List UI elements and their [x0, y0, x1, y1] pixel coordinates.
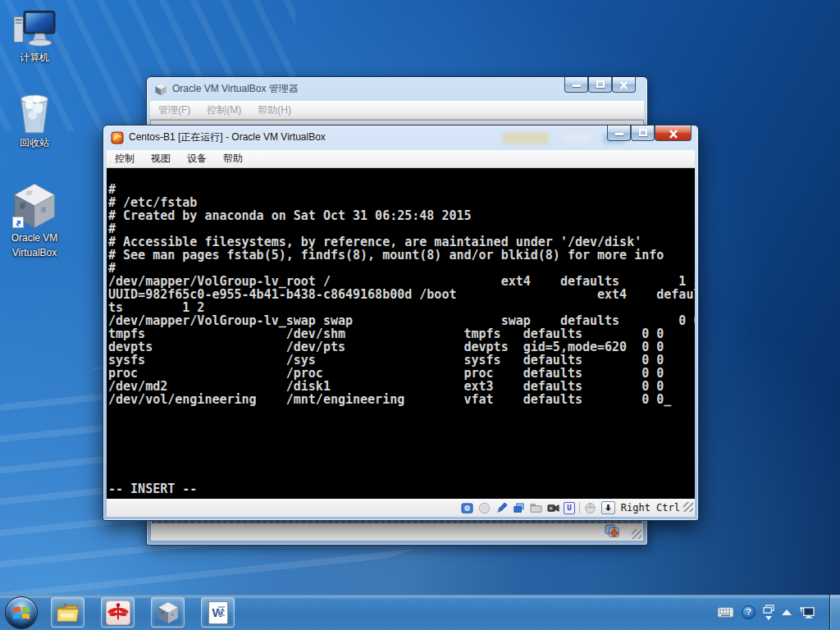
host-key-icon[interactable] [601, 501, 615, 514]
resize-grip[interactable] [683, 502, 693, 512]
vm-menubar: 控制 视图 设备 帮助 [107, 150, 695, 168]
chevron-down-icon [765, 616, 772, 620]
manager-menubar: 管理(F) 控制(M) 帮助(H) [150, 101, 644, 120]
manager-window-controls [564, 77, 636, 93]
mouse-icon[interactable] [584, 501, 597, 514]
virtualbox-cube-icon [154, 83, 167, 96]
dragonfly-icon [106, 600, 130, 625]
manager-statusbar [152, 523, 642, 540]
maximize-icon [596, 80, 605, 88]
console-line: # [108, 183, 695, 196]
optical-disc-icon[interactable] [477, 501, 491, 514]
hdd-icon[interactable] [460, 501, 473, 514]
maximize-icon [639, 129, 647, 136]
glass-reflection [563, 133, 591, 144]
shortcut-arrow-icon [12, 217, 24, 228]
computer-icon [11, 8, 57, 49]
vm-orange-icon [111, 131, 124, 144]
console-line: ts 1 2 [108, 301, 695, 314]
desktop-icon-label: 计算机 [20, 52, 49, 63]
windows-flag-icon [12, 605, 30, 621]
document-lines [218, 606, 225, 618]
console-line: /dev/mapper/VolGroup-lv_root / ext4 defa… [108, 275, 695, 288]
glass-reflection [503, 132, 549, 144]
menu-help[interactable]: 帮助 [215, 149, 251, 168]
desktop-icon-label: VirtualBox [12, 247, 57, 258]
menu-machine[interactable]: 控制(M) [199, 101, 249, 120]
console-line: /dev/vol/engineering /mnt/engineering vf… [108, 393, 695, 406]
folder-icon [56, 602, 80, 623]
close-button[interactable] [612, 77, 636, 93]
maximize-button[interactable] [631, 126, 655, 141]
taskbar-virtualbox-button[interactable] [151, 597, 185, 628]
show-hidden-icons-button[interactable] [782, 609, 792, 615]
console-line: UUID=982f65c0-e955-4b41-b438-c8649168b00… [108, 288, 695, 301]
console-line: tmpfs /dev/shm tmpfs defaults 0 0 [108, 327, 695, 340]
desktop[interactable]: 计算机 回收站 Oracle VM VirtualBox [0, 0, 840, 630]
close-icon [619, 81, 628, 89]
vm-window-title: Centos-B1 [正在运行] - Oracle VM VirtualBox [129, 130, 326, 144]
keyboard-tray-icon[interactable] [717, 607, 734, 618]
vim-mode-indicator: -- INSERT -- [108, 482, 197, 495]
console-line: /dev/md2 /disk1 ext3 defaults 0 0 [108, 380, 695, 393]
console-line: proc /proc proc defaults 0 0 [108, 367, 695, 380]
vm-window: Centos-B1 [正在运行] - Oracle VM VirtualBox … [103, 125, 699, 521]
resize-grip[interactable] [632, 529, 641, 539]
menu-help[interactable]: 帮助(H) [249, 101, 299, 120]
console-line: # [108, 222, 695, 235]
vm-console[interactable]: # # /etc/fstab # Created by anaconda on … [107, 168, 695, 499]
desktop-icon-recycle-bin[interactable]: 回收站 [0, 89, 69, 149]
minimize-button[interactable] [607, 126, 631, 141]
minimize-button[interactable] [564, 77, 588, 93]
question-mark-glyph: ? [746, 608, 751, 617]
desktop-icon-label: Oracle VM [11, 232, 58, 244]
word-document-icon: W [208, 601, 228, 624]
vm-statusbar: U Right Ctrl [107, 499, 695, 517]
virtualbox-cube-icon [157, 601, 180, 624]
vm-window-controls [607, 126, 692, 141]
cascade-windows-icon[interactable] [512, 501, 525, 514]
taskbar-screenshot-app-button[interactable] [101, 597, 135, 628]
console-line: /dev/mapper/VolGroup-lv_swap swap swap d… [108, 314, 695, 327]
minimize-icon [615, 133, 623, 135]
shared-folder-icon[interactable] [529, 501, 542, 514]
video-camera-icon[interactable] [546, 501, 559, 514]
recycle-bin-icon [16, 89, 53, 135]
close-button[interactable] [655, 126, 692, 141]
statusbar-separator [579, 502, 580, 514]
system-tray: ? [717, 595, 815, 630]
network-tray-icon[interactable] [799, 605, 815, 620]
manager-window-title: Oracle VM VirtualBox 管理器 [172, 82, 299, 96]
console-line: # Created by anaconda on Sat Oct 31 06:2… [108, 209, 695, 222]
minimize-icon [573, 84, 581, 87]
help-tray-icon[interactable]: ? [742, 605, 756, 619]
details-pane-icon [605, 524, 621, 539]
desktop-icon-label: 回收站 [20, 137, 49, 148]
console-line: sysfs /sys sysfs defaults 0 0 [108, 354, 695, 367]
window-switcher-tray-icon[interactable] [763, 605, 774, 620]
pen-icon[interactable] [495, 501, 508, 514]
start-button[interactable] [5, 596, 38, 629]
show-desktop-button[interactable] [829, 595, 840, 630]
menu-manage[interactable]: 管理(F) [150, 101, 199, 120]
console-line: # Accessible filesystems, by reference, … [108, 235, 695, 249]
menu-devices[interactable]: 设备 [179, 149, 215, 168]
desktop-icon-computer[interactable]: 计算机 [0, 8, 69, 64]
menu-view[interactable]: 视图 [143, 149, 179, 168]
taskbar-word-button[interactable]: W [201, 597, 235, 628]
console-line: devpts /dev/pts devpts gid=5,mode=620 0 … [108, 340, 695, 354]
fstab-text: # # /etc/fstab # Created by anaconda on … [108, 183, 695, 406]
console-line: # See man pages fstab(5), findfs(8), mou… [108, 249, 695, 262]
taskbar: W ? [0, 595, 840, 630]
close-icon [669, 130, 678, 139]
chip-u-icon[interactable]: U [564, 502, 574, 514]
desktop-icon-virtualbox[interactable]: Oracle VM VirtualBox [0, 182, 69, 259]
taskbar-explorer-button[interactable] [51, 597, 84, 628]
console-line: # [108, 262, 695, 275]
console-line: # /etc/fstab [108, 196, 695, 209]
host-key-label: Right Ctrl [621, 502, 680, 514]
menu-machine[interactable]: 控制 [107, 149, 143, 168]
maximize-button[interactable] [588, 77, 612, 93]
